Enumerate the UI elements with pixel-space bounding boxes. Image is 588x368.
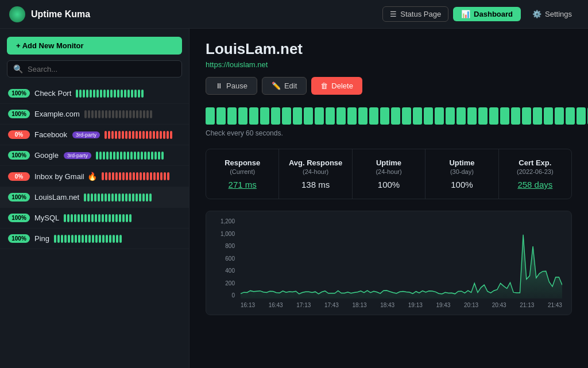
- bar: [96, 152, 98, 160]
- bar: [115, 214, 118, 222]
- bar: [119, 110, 121, 118]
- uptime-section: Up: [206, 106, 572, 126]
- bar: [157, 172, 159, 180]
- monitor-name-wrap-check-port: Check Port: [34, 89, 71, 98]
- stat-item-2: Uptime(24-hour)100%: [353, 149, 425, 199]
- delete-button[interactable]: 🗑 Delete: [311, 77, 362, 95]
- bar: [140, 172, 142, 180]
- stat-value-0[interactable]: 271 ms: [213, 180, 272, 189]
- status-badge-louislam: 100%: [8, 193, 30, 202]
- chart-ylabel: 600: [225, 255, 235, 262]
- bar: [134, 90, 137, 98]
- uptime-blocks: [206, 107, 588, 125]
- chart-ylabel: 1,200: [220, 218, 235, 224]
- uptime-block: [478, 107, 488, 125]
- monitor-item-mysql[interactable]: 100%MySQL: [0, 208, 189, 228]
- bar: [154, 152, 157, 160]
- bar: [113, 235, 115, 243]
- sidebar: + Add New Monitor 🔍 100%Check Port100%Ex…: [0, 29, 189, 368]
- uptime-block: [577, 107, 586, 125]
- bar: [88, 235, 91, 243]
- dashboard-button[interactable]: 📊 Dashboard: [453, 7, 521, 21]
- monitor-item-inbox-gmail[interactable]: 0%Inbox by Gmail🔥: [0, 166, 189, 187]
- edit-icon: ✏️: [272, 82, 281, 90]
- bar: [125, 193, 127, 202]
- content-area: LouisLam.net https://louislam.net ⏸ Paus…: [189, 29, 588, 368]
- bar: [129, 193, 131, 202]
- bar: [98, 110, 100, 118]
- bar: [129, 131, 131, 139]
- stat-value-1: 138 ms: [286, 180, 345, 189]
- bar: [76, 90, 78, 98]
- stat-value-4[interactable]: 258 days: [506, 180, 564, 189]
- bar: [112, 172, 114, 180]
- uptime-block: [227, 107, 237, 125]
- bar: [150, 172, 152, 180]
- chart-ylabel: 800: [225, 243, 235, 249]
- add-monitor-button[interactable]: + Add New Monitor: [7, 37, 182, 55]
- bar: [100, 90, 102, 98]
- bar: [138, 90, 140, 98]
- bar: [120, 152, 122, 160]
- bar: [129, 110, 131, 118]
- brand-logo: [9, 6, 25, 22]
- bar: [161, 152, 164, 160]
- bar: [114, 90, 116, 98]
- chart-xlabel: 21:43: [548, 302, 562, 308]
- pause-icon: ⏸: [215, 82, 223, 90]
- monitor-url[interactable]: https://louislam.net: [206, 60, 572, 69]
- pause-button[interactable]: ⏸ Pause: [206, 77, 257, 95]
- bar: [91, 193, 93, 202]
- bar: [125, 131, 127, 139]
- bar: [86, 90, 88, 98]
- bar: [99, 235, 101, 243]
- uptime-block: [533, 107, 542, 125]
- bar: [61, 235, 63, 243]
- bar: [95, 214, 97, 222]
- bar: [98, 214, 100, 222]
- settings-button[interactable]: ⚙️ Settings: [525, 7, 579, 21]
- bar: [149, 193, 152, 202]
- search-input[interactable]: [28, 65, 176, 73]
- uptime-block: [457, 107, 466, 125]
- bar: [139, 193, 141, 202]
- bar: [163, 131, 165, 139]
- chart-xlabel: 19:13: [408, 302, 423, 308]
- chart-ylabel: 0: [231, 292, 235, 299]
- edit-button[interactable]: ✏️ Edit: [262, 77, 307, 95]
- chart-ylabel: 400: [225, 268, 235, 274]
- bar: [111, 193, 114, 202]
- chart-xaxis: 16:1316:4317:1317:4318:1318:4319:1319:43…: [241, 300, 562, 310]
- monitor-tag-facebook: 3rd-party: [72, 131, 100, 138]
- stat-label-4: Cert Exp.: [506, 158, 564, 167]
- bar: [142, 131, 145, 139]
- bar: [122, 214, 125, 222]
- bar: [91, 214, 94, 222]
- bar: [115, 110, 118, 118]
- uptime-block: [249, 107, 258, 125]
- status-page-button[interactable]: ☰ Status Page: [382, 6, 448, 22]
- bar: [108, 193, 110, 202]
- stat-item-1: Avg. Response(24-hour)138 ms: [279, 149, 352, 199]
- bar: [115, 131, 117, 139]
- uptime-block: [424, 107, 433, 125]
- bar: [167, 172, 169, 180]
- monitor-item-example-com[interactable]: 100%Example.com: [0, 104, 189, 125]
- monitor-item-check-port[interactable]: 100%Check Port: [0, 83, 189, 104]
- monitor-name-wrap-facebook: Facebook3rd-party: [34, 130, 100, 139]
- chart-xlabel: 18:43: [380, 302, 394, 308]
- monitor-item-google[interactable]: 100%Google3rd-party: [0, 145, 189, 166]
- bar: [109, 110, 111, 118]
- uptime-block: [358, 107, 368, 125]
- bar: [64, 214, 66, 222]
- monitor-item-louislam[interactable]: 100%LouisLam.net: [0, 187, 189, 208]
- bar: [122, 193, 124, 202]
- bar: [148, 152, 150, 160]
- uptime-block: [206, 107, 215, 125]
- monitor-name-label-inbox-gmail: Inbox by Gmail: [34, 172, 84, 181]
- monitor-bars-ping: [54, 235, 122, 243]
- bar: [122, 110, 125, 118]
- monitor-item-ping[interactable]: 100%Ping: [0, 228, 189, 249]
- monitor-item-facebook[interactable]: 0%Facebook3rd-party: [0, 125, 189, 145]
- fire-icon-inbox-gmail: 🔥: [87, 172, 97, 181]
